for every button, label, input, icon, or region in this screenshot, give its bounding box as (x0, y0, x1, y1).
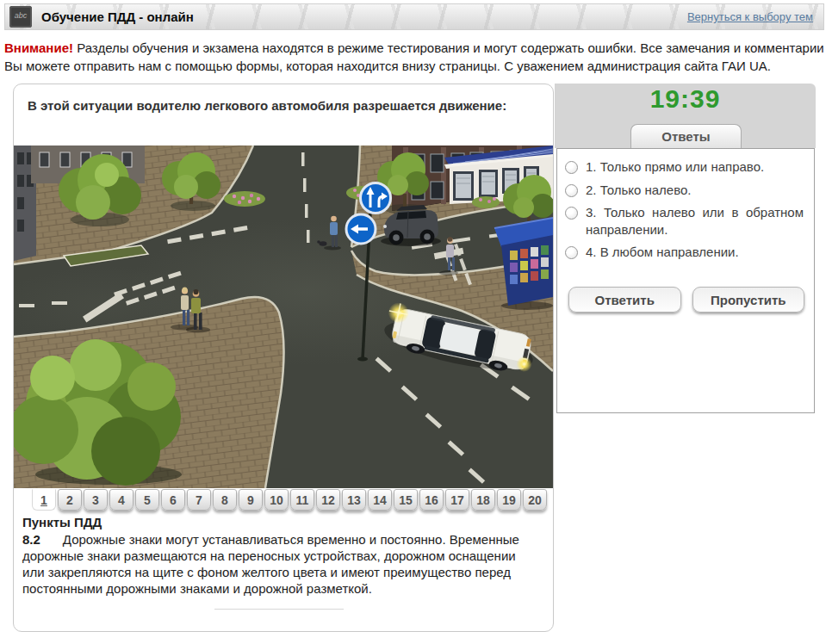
options-list: 1. Только прямо или направо. 2. Только н… (557, 149, 814, 261)
answer-option-2[interactable]: 2. Только налево. (565, 182, 804, 199)
rule-clause-number: 8.2 (22, 532, 40, 547)
warning-body: Разделы обучения и экзамена находятся в … (4, 40, 824, 73)
left-arrow-sign (346, 214, 376, 244)
option-4-label: 4. В любом направлении. (586, 244, 739, 261)
answer-buttons-row: Ответить Пропустить (568, 287, 804, 313)
countdown-timer: 19:39 (555, 84, 816, 114)
header-bar: abc Обучение ПДД - онлайн Вернуться к вы… (4, 3, 824, 30)
answers-header-panel: 19:39 Ответы (555, 84, 816, 148)
answers-panel: 1. Только прямо или направо. 2. Только н… (556, 148, 815, 413)
page-tab-17[interactable]: 17 (445, 489, 469, 511)
page-tab-6[interactable]: 6 (161, 489, 185, 511)
page-tab-2[interactable]: 2 (58, 489, 82, 511)
page-tab-19[interactable]: 19 (497, 489, 521, 511)
pdd-training-page: abc Обучение ПДД - онлайн Вернуться к вы… (0, 0, 832, 644)
rules-title: Пункты ПДД (22, 515, 536, 529)
warning-text: Внимание! Разделы обучения и экзамена на… (4, 40, 824, 75)
traffic-scene-image (14, 146, 553, 488)
page-tab-16[interactable]: 16 (419, 489, 444, 511)
radio-option-3[interactable] (565, 207, 578, 220)
question-pagination: 1 2 3 4 5 6 7 8 9 10 11 12 13 14 15 16 1… (32, 489, 547, 511)
page-tab-1[interactable]: 1 (32, 489, 56, 511)
exam-card: В этой ситуации водителю легкового автом… (13, 84, 554, 632)
back-to-topics-link[interactable]: Вернуться к выбору тем (687, 4, 813, 29)
chalkboard-icon: abc (9, 6, 32, 28)
page-tab-7[interactable]: 7 (187, 489, 211, 511)
rule-text: Дорожные знаки могут устанавливаться вре… (22, 532, 519, 596)
page-tab-20[interactable]: 20 (523, 489, 547, 511)
answer-option-3[interactable]: 3. Только налево или в обратном направле… (565, 204, 804, 238)
straight-or-right-sign (361, 183, 391, 214)
page-tab-18[interactable]: 18 (471, 489, 495, 511)
rules-section: Пункты ПДД 8.2Дорожные знаки могут устан… (22, 515, 536, 610)
option-3-label: 3. Только налево или в обратном направле… (586, 204, 804, 238)
page-tab-9[interactable]: 9 (239, 489, 263, 511)
page-tab-5[interactable]: 5 (135, 489, 159, 511)
page-tab-12[interactable]: 12 (316, 489, 340, 511)
page-tab-8[interactable]: 8 (213, 489, 237, 511)
radio-option-2[interactable] (565, 184, 578, 197)
page-tab-10[interactable]: 10 (264, 489, 289, 511)
warning-label: Внимание! (4, 40, 73, 55)
option-2-label: 2. Только налево. (586, 182, 692, 199)
answer-option-1[interactable]: 1. Только прямо или направо. (565, 158, 804, 176)
page-tab-13[interactable]: 13 (342, 489, 366, 511)
divider (214, 609, 344, 610)
tab-answers[interactable]: Ответы (630, 124, 742, 148)
page-tab-3[interactable]: 3 (84, 489, 108, 511)
page-tab-15[interactable]: 15 (394, 489, 418, 511)
page-title: Обучение ПДД - онлайн (41, 4, 194, 29)
page-tab-14[interactable]: 14 (368, 489, 392, 511)
radio-option-1[interactable] (565, 161, 578, 174)
radio-option-4[interactable] (565, 246, 578, 259)
page-tab-11[interactable]: 11 (290, 489, 314, 511)
page-tab-4[interactable]: 4 (109, 489, 133, 511)
option-1-label: 1. Только прямо или направо. (586, 158, 764, 176)
skip-button[interactable]: Пропустить (692, 287, 805, 313)
answer-button[interactable]: Ответить (568, 287, 681, 313)
question-text: В этой ситуации водителю легкового автом… (28, 98, 537, 113)
answer-option-4[interactable]: 4. В любом направлении. (565, 244, 804, 261)
